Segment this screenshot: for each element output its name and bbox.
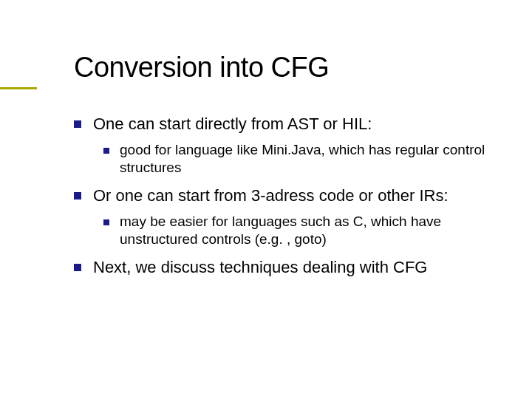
bullet-text: Next, we discuss techniques dealing with… [93,258,427,276]
slide-body: Conversion into CFG One can start direct… [0,0,532,313]
bullet-item: Next, we discuss techniques dealing with… [74,256,495,279]
bullet-subitem: may be easier for languages such as C, w… [103,213,495,249]
bullet-subtext: may be easier for languages such as C, w… [120,214,441,248]
title-wrap: Conversion into CFG [74,52,495,83]
slide-title: Conversion into CFG [74,52,495,83]
bullet-list-level2: may be easier for languages such as C, w… [93,213,495,249]
bullet-list-level2: good for language like Mini.Java, which … [93,141,495,177]
bullet-list-level1: One can start directly from AST or HIL: … [74,113,495,279]
bullet-item: Or one can start from 3-adress code or o… [74,185,495,249]
accent-line [0,87,37,89]
bullet-subitem: good for language like Mini.Java, which … [103,141,495,177]
bullet-subtext: good for language like Mini.Java, which … [120,142,485,176]
bullet-text: One can start directly from AST or HIL: [93,115,372,133]
bullet-item: One can start directly from AST or HIL: … [74,113,495,177]
bullet-text: Or one can start from 3-adress code or o… [93,186,449,205]
